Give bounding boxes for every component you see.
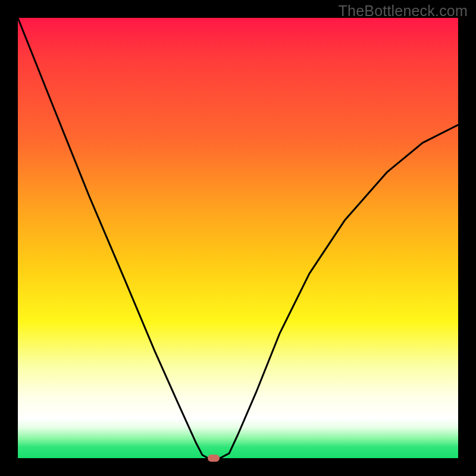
- chart-frame: TheBottleneck.com: [0, 0, 476, 476]
- bottleneck-curve: [18, 18, 458, 458]
- watermark-text: TheBottleneck.com: [339, 2, 468, 20]
- plot-area: [18, 18, 458, 458]
- curve-path: [18, 18, 458, 458]
- minimum-marker: [208, 455, 220, 462]
